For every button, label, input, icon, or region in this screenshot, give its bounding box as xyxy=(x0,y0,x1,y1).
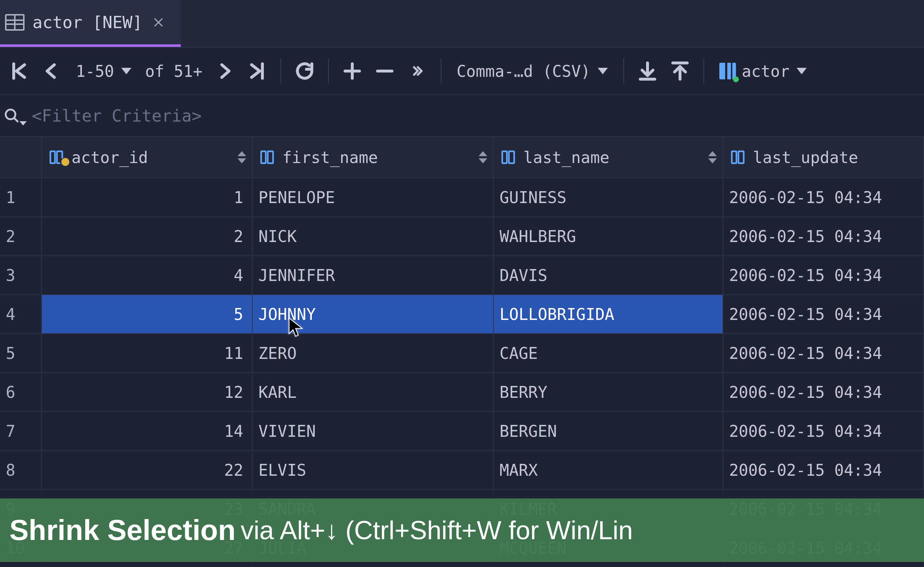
svg-point-0 xyxy=(6,110,15,119)
cell-last-name[interactable]: LOLLOBRIGIDA xyxy=(494,295,723,334)
last-page-button[interactable] xyxy=(242,48,272,94)
columns-icon xyxy=(719,63,736,80)
cell-first-name[interactable]: VIVIEN xyxy=(252,412,494,451)
chevron-down-icon xyxy=(121,68,131,74)
cell-first-name[interactable]: JOHNNY xyxy=(252,295,494,334)
close-icon[interactable] xyxy=(150,14,167,30)
sort-indicator xyxy=(479,151,487,164)
svg-rect-4 xyxy=(268,152,273,164)
cell-last-name[interactable]: DAVIS xyxy=(494,256,723,295)
cell-actor-id[interactable]: 22 xyxy=(42,451,252,490)
remove-row-button[interactable] xyxy=(369,48,400,94)
table-selector-dropdown[interactable]: actor xyxy=(712,48,814,94)
refresh-button[interactable] xyxy=(289,48,320,94)
row-range-label: 1-50 xyxy=(76,62,114,80)
cell-actor-id[interactable]: 2 xyxy=(42,217,252,256)
row-total-label: of 51+ xyxy=(140,48,207,94)
cell-last-update[interactable]: 2006-02-15 04:34 xyxy=(723,295,924,334)
cell-last-name[interactable]: MARX xyxy=(494,451,723,490)
cell-first-name[interactable]: ELVIS xyxy=(252,451,494,490)
prev-page-button[interactable] xyxy=(36,48,67,94)
row-number: 1 xyxy=(0,178,42,217)
column-header-actor-id[interactable]: actor_id xyxy=(42,137,252,178)
cell-actor-id[interactable]: 14 xyxy=(42,412,252,451)
add-row-button[interactable] xyxy=(337,48,368,94)
cell-last-name[interactable]: CAGE xyxy=(494,334,723,373)
export-format-dropdown[interactable]: Comma-…d (CSV) xyxy=(449,48,615,94)
export-format-label: Comma-…d (CSV) xyxy=(457,62,590,80)
svg-rect-2 xyxy=(57,152,62,164)
cell-first-name[interactable]: NICK xyxy=(252,217,494,256)
cell-last-update[interactable]: 2006-02-15 04:34 xyxy=(723,334,924,373)
cell-first-name[interactable]: KARL xyxy=(252,373,494,412)
separator xyxy=(281,58,281,84)
row-number: 5 xyxy=(0,334,42,373)
cell-actor-id[interactable]: 12 xyxy=(42,373,252,412)
cell-last-update[interactable]: 2006-02-15 04:34 xyxy=(723,256,924,295)
filter-input[interactable] xyxy=(32,106,924,126)
column-label: actor_id xyxy=(71,148,148,166)
row-number: 6 xyxy=(0,373,42,412)
cell-last-update[interactable]: 2006-02-15 04:34 xyxy=(723,217,924,256)
cell-last-name[interactable]: BERRY xyxy=(494,373,723,412)
grid-corner xyxy=(0,137,42,178)
upload-button[interactable] xyxy=(664,48,696,94)
cell-last-update[interactable]: 2006-02-15 04:34 xyxy=(723,412,924,451)
cell-last-update[interactable]: 2006-02-15 04:34 xyxy=(723,178,924,217)
column-label: first_name xyxy=(282,148,378,166)
cell-actor-id[interactable]: 4 xyxy=(42,256,252,295)
row-number: 7 xyxy=(0,412,42,451)
svg-rect-3 xyxy=(261,152,266,164)
first-page-button[interactable] xyxy=(4,48,35,94)
separator xyxy=(624,58,624,84)
column-label: last_update xyxy=(753,148,858,166)
cell-last-update[interactable]: 2006-02-15 04:34 xyxy=(723,451,924,490)
chevron-down-icon xyxy=(796,68,807,74)
row-range-dropdown[interactable]: 1-50 xyxy=(69,48,138,94)
column-header-last-update[interactable]: last_update xyxy=(723,137,924,178)
column-icon xyxy=(500,148,517,166)
cell-first-name[interactable]: PENELOPE xyxy=(252,178,494,217)
row-number: 2 xyxy=(0,217,42,256)
svg-rect-5 xyxy=(502,152,507,164)
column-header-first-name[interactable]: first_name xyxy=(252,137,494,178)
more-actions-button[interactable] xyxy=(402,48,433,94)
cell-last-name[interactable]: WAHLBERG xyxy=(494,217,723,256)
cell-actor-id[interactable]: 1 xyxy=(42,178,252,217)
cell-actor-id[interactable]: 11 xyxy=(42,334,252,373)
tab-title: actor [NEW] xyxy=(33,13,143,32)
key-column-icon xyxy=(48,148,65,166)
row-number: 3 xyxy=(0,256,42,295)
cell-first-name[interactable]: JENNIFER xyxy=(252,256,494,295)
column-icon xyxy=(258,148,276,166)
chevron-down-icon xyxy=(598,68,608,74)
table-icon xyxy=(5,14,24,31)
separator xyxy=(441,58,442,84)
separator xyxy=(328,58,329,84)
column-label: last_name xyxy=(523,148,609,166)
cell-actor-id[interactable]: 5 xyxy=(42,295,252,334)
svg-rect-7 xyxy=(732,152,737,164)
svg-rect-8 xyxy=(738,152,744,164)
editor-tab[interactable]: actor [NEW] xyxy=(0,0,181,47)
download-button[interactable] xyxy=(632,48,663,94)
svg-rect-1 xyxy=(51,152,55,164)
table-selector-label: actor xyxy=(742,62,789,80)
cell-last-name[interactable]: BERGEN xyxy=(494,412,723,451)
column-header-last-name[interactable]: last_name xyxy=(494,137,723,178)
cell-last-name[interactable]: GUINESS xyxy=(494,178,723,217)
hint-text: via Alt+↓ (Ctrl+Shift+W for Win/Lin xyxy=(241,515,633,545)
cell-first-name[interactable]: ZERO xyxy=(252,334,494,373)
column-icon xyxy=(729,148,747,166)
sort-indicator xyxy=(708,151,717,164)
row-number: 8 xyxy=(0,451,42,490)
cell-last-update[interactable]: 2006-02-15 04:34 xyxy=(723,373,924,412)
search-icon[interactable] xyxy=(2,106,22,126)
next-page-button[interactable] xyxy=(209,48,240,94)
hint-title: Shrink Selection xyxy=(9,514,236,547)
svg-rect-6 xyxy=(509,152,514,164)
sort-indicator xyxy=(237,151,246,164)
hint-banner: Shrink Selection via Alt+↓ (Ctrl+Shift+W… xyxy=(0,498,924,562)
row-number: 4 xyxy=(0,295,42,334)
separator xyxy=(703,58,704,84)
